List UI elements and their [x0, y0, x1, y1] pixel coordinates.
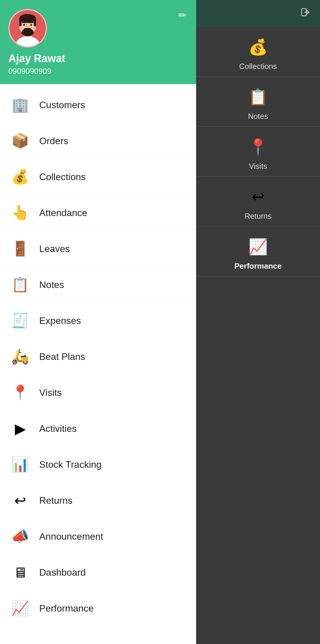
right-item-returns-right[interactable]: ↩Returns — [196, 177, 320, 226]
leaves-icon: 🚪 — [10, 238, 31, 259]
attendance-label: Attendance — [39, 207, 87, 218]
svg-point-15 — [26, 26, 29, 28]
right-item-notes-right[interactable]: 📋Notes — [196, 77, 320, 127]
user-phone: 0909090909 — [8, 67, 188, 76]
dashboard-label: Dashboard — [39, 567, 86, 578]
performance-right-right-icon: 📈 — [246, 235, 270, 259]
logout-icon[interactable] — [300, 7, 311, 20]
stock-tracking-label: Stock Tracking — [39, 459, 102, 470]
sidebar-item-customers[interactable]: 🏢Customers — [0, 87, 196, 123]
user-name: Ajay Rawat — [8, 52, 188, 65]
collections-right-right-label: Collections — [239, 62, 277, 71]
collections-icon: 💰 — [10, 166, 31, 188]
menu-list: 🏢Customers📦Orders💰Collections👆Attendance… — [0, 84, 196, 644]
sidebar-item-attendance[interactable]: 👆Attendance — [0, 195, 196, 231]
sidebar-item-performance[interactable]: 📈Performance — [0, 591, 196, 626]
edit-icon[interactable]: ✏ — [179, 10, 187, 21]
sidebar-item-collections[interactable]: 💰Collections — [0, 159, 196, 195]
sidebar-item-visits[interactable]: 📍Visits — [0, 375, 196, 411]
avatar — [8, 9, 47, 48]
right-panel: 💰Collections📋Notes📍Visits↩Returns📈Perfor… — [196, 0, 320, 644]
returns-label: Returns — [39, 495, 72, 506]
notes-right-right-label: Notes — [248, 112, 268, 121]
notes-icon: 📋 — [10, 274, 31, 295]
sidebar-header: ✏ — [0, 0, 196, 84]
beat-plans-icon: 🛵 — [10, 346, 31, 367]
performance-icon: 📈 — [10, 598, 31, 619]
sidebar-item-leaves[interactable]: 🚪Leaves — [0, 231, 196, 267]
dashboard-icon: 🖥 — [10, 562, 31, 583]
orders-icon: 📦 — [10, 130, 31, 152]
expenses-icon: 🧾 — [10, 310, 31, 331]
returns-right-right-icon: ↩ — [246, 185, 270, 209]
sidebar-item-activities[interactable]: ▶Activities — [0, 411, 196, 447]
customers-icon: 🏢 — [10, 94, 31, 116]
visits-icon: 📍 — [10, 382, 31, 403]
performance-right-right-label: Performance — [234, 262, 282, 271]
activities-icon: ▶ — [10, 418, 31, 439]
sidebar-item-stock-tracking[interactable]: 📊Stock Tracking — [0, 447, 196, 483]
svg-point-4 — [19, 14, 36, 23]
notes-right-right-icon: 📋 — [246, 85, 270, 109]
right-item-visits-right[interactable]: 📍Visits — [196, 127, 320, 177]
svg-rect-13 — [22, 22, 26, 23]
sidebar-item-returns[interactable]: ↩Returns — [0, 483, 196, 519]
right-header — [196, 0, 320, 27]
sidebar-item-dashboard[interactable]: 🖥Dashboard — [0, 555, 196, 591]
svg-rect-14 — [29, 22, 34, 23]
sidebar-item-expenses[interactable]: 🧾Expenses — [0, 303, 196, 339]
expenses-label: Expenses — [39, 315, 81, 326]
sidebar-item-announcement[interactable]: 📣Announcement — [0, 519, 196, 555]
svg-point-8 — [24, 28, 31, 31]
svg-rect-6 — [34, 18, 36, 26]
returns-icon: ↩ — [10, 490, 31, 511]
performance-label: Performance — [39, 603, 94, 614]
sidebar-item-beat-plans[interactable]: 🛵Beat Plans — [0, 339, 196, 375]
returns-right-right-label: Returns — [245, 212, 272, 221]
right-item-collections-right[interactable]: 💰Collections — [196, 27, 320, 77]
attendance-icon: 👆 — [10, 202, 31, 223]
notes-label: Notes — [39, 279, 64, 290]
collections-label: Collections — [39, 171, 86, 182]
collections-right-right-icon: 💰 — [246, 35, 270, 59]
visits-right-right-icon: 📍 — [246, 135, 270, 159]
activities-label: Activities — [39, 423, 77, 434]
customers-label: Customers — [39, 100, 85, 111]
stock-tracking-icon: 📊 — [10, 454, 31, 475]
visits-label: Visits — [39, 387, 62, 398]
beat-plans-label: Beat Plans — [39, 351, 85, 362]
svg-rect-5 — [19, 18, 22, 26]
announcement-icon: 📣 — [10, 526, 31, 547]
sidebar-item-notes[interactable]: 📋Notes — [0, 267, 196, 303]
sidebar: ✏ — [0, 0, 196, 644]
orders-label: Orders — [39, 136, 68, 147]
sidebar-item-orders[interactable]: 📦Orders — [0, 123, 196, 159]
svg-point-12 — [30, 24, 32, 26]
right-item-performance-right[interactable]: 📈Performance — [196, 226, 320, 276]
svg-point-11 — [23, 24, 25, 26]
announcement-label: Announcement — [39, 531, 103, 542]
visits-right-right-label: Visits — [249, 162, 267, 171]
leaves-label: Leaves — [39, 243, 70, 254]
